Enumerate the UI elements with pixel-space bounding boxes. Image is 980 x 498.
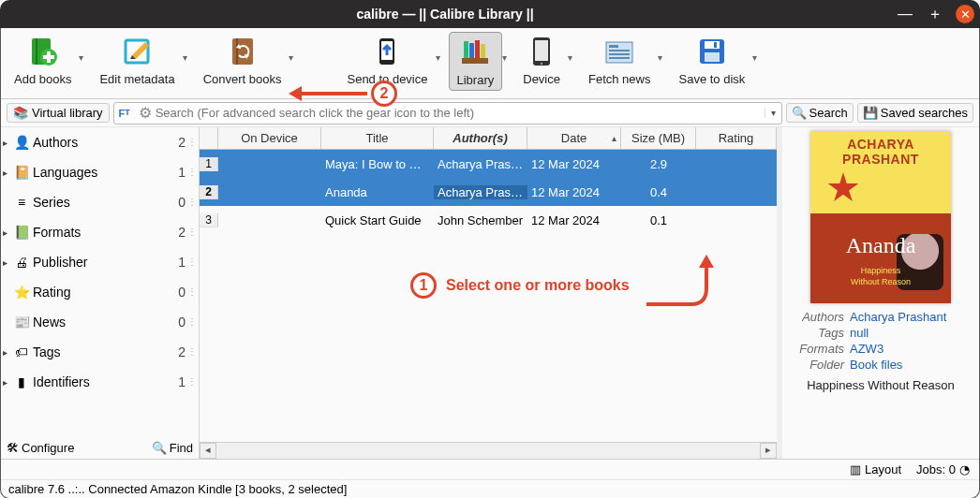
- saved-searches-button[interactable]: 💾 Saved searches: [857, 103, 973, 123]
- jobs-button[interactable]: Jobs: 0 ◔: [916, 462, 970, 476]
- find-button[interactable]: 🔍 Find: [152, 441, 193, 455]
- cell-date: 12 Mar 2024: [527, 213, 621, 227]
- drag-handle-icon[interactable]: ⋮: [187, 289, 195, 295]
- drag-handle-icon[interactable]: ⋮: [187, 349, 195, 355]
- search-button[interactable]: 🔍 Search: [786, 103, 854, 123]
- sort-asc-icon: ▴: [612, 133, 616, 143]
- fetch-news-button[interactable]: Fetch news: [581, 32, 658, 89]
- publisher-icon: 🖨: [12, 255, 31, 270]
- expand-icon[interactable]: ▸: [3, 138, 12, 148]
- detail-tags-link[interactable]: null: [850, 326, 869, 340]
- category-label: Tags: [31, 344, 165, 359]
- convert-books-dropdown[interactable]: ▾: [289, 32, 302, 63]
- configure-button[interactable]: 🛠 Configure: [7, 441, 74, 455]
- tag-browser-footer: 🛠 Configure 🔍 Find: [1, 436, 199, 459]
- send-to-device-icon: [370, 35, 404, 68]
- scroll-left-arrow[interactable]: ◂: [200, 443, 216, 459]
- cell-size: 2.9: [621, 157, 696, 171]
- languages-icon: 📔: [12, 165, 31, 180]
- expand-icon[interactable]: ▸: [3, 377, 12, 388]
- detail-formats-link[interactable]: AZW3: [850, 342, 883, 356]
- device-dropdown[interactable]: ▾: [568, 32, 581, 63]
- expand-icon[interactable]: ▸: [3, 257, 12, 268]
- drag-handle-icon[interactable]: ⋮: [187, 379, 195, 385]
- cover-image[interactable]: ACHARYA PRASHANT Ananda Happiness Withou…: [810, 131, 951, 303]
- horizontal-scrollbar[interactable]: ◂ ▸: [200, 442, 777, 459]
- virtual-library-button[interactable]: 📚 Virtual library: [7, 103, 110, 123]
- book-metadata: AuthorsAcharya Prashant Tagsnull Formats…: [786, 309, 975, 373]
- tag-browser: ▸👤Authors2⋮▸📔Languages1⋮≡Series0⋮▸📗Forma…: [1, 127, 200, 459]
- col-on-device[interactable]: On Device: [218, 127, 321, 149]
- category-languages[interactable]: ▸📔Languages1⋮: [1, 157, 199, 187]
- edit-metadata-button[interactable]: Edit metadata: [92, 32, 182, 89]
- search-history-dropdown[interactable]: ▾: [765, 108, 781, 118]
- minimize-button[interactable]: —: [896, 5, 914, 23]
- main-toolbar: Add books ▾ Edit metadata ▾ Convert book…: [1, 28, 979, 99]
- detail-folder-link[interactable]: Book files: [850, 358, 902, 372]
- svg-rect-4: [43, 55, 54, 59]
- svg-rect-1: [36, 38, 37, 65]
- bestseller-star-icon: [827, 172, 859, 204]
- drag-handle-icon[interactable]: ⋮: [187, 169, 195, 175]
- col-authors[interactable]: Author(s): [434, 127, 527, 149]
- save-to-disk-button[interactable]: Save to disk: [671, 32, 752, 89]
- category-formats[interactable]: ▸📗Formats2⋮: [1, 217, 199, 247]
- row-header[interactable]: 2: [200, 185, 218, 199]
- category-rating[interactable]: ⭐Rating0⋮: [1, 277, 199, 307]
- category-series[interactable]: ≡Series0⋮: [1, 187, 199, 217]
- col-date[interactable]: Date▴: [527, 127, 621, 149]
- saved-searches-icon: 💾: [863, 106, 878, 120]
- device-button[interactable]: Device: [515, 32, 568, 89]
- col-size[interactable]: Size (MB): [621, 127, 696, 149]
- svg-rect-6: [232, 38, 253, 65]
- table-row[interactable]: 1Maya: I Bow to …Acharya Pras…12 Mar 202…: [200, 150, 777, 178]
- maximize-button[interactable]: ＋: [926, 5, 944, 23]
- fetch-news-dropdown[interactable]: ▾: [658, 32, 671, 63]
- category-identifiers[interactable]: ▸▮Identifiers1⋮: [1, 367, 199, 397]
- layout-button[interactable]: ▥ Layout: [850, 462, 901, 476]
- svg-rect-20: [609, 45, 618, 48]
- category-news[interactable]: 📰News0⋮: [1, 307, 199, 337]
- drag-handle-icon[interactable]: ⋮: [187, 229, 195, 235]
- svg-rect-22: [609, 53, 630, 55]
- category-count: 2: [165, 344, 187, 359]
- send-to-device-dropdown[interactable]: ▾: [436, 32, 449, 63]
- table-row[interactable]: 2AnandaAcharya Pras…12 Mar 20240.4: [200, 178, 777, 206]
- category-label: Identifiers: [31, 374, 165, 389]
- col-rating[interactable]: Rating: [696, 127, 777, 149]
- category-publisher[interactable]: ▸🖨Publisher1⋮: [1, 247, 199, 277]
- category-authors[interactable]: ▸👤Authors2⋮: [1, 127, 199, 157]
- save-to-disk-dropdown[interactable]: ▾: [752, 32, 765, 63]
- library-dropdown[interactable]: ▾: [502, 32, 515, 63]
- add-books-button[interactable]: Add books: [7, 32, 79, 89]
- fulltext-search-icon[interactable]: FT: [114, 108, 135, 119]
- row-header[interactable]: 3: [200, 213, 218, 227]
- advanced-search-gear-icon[interactable]: ⚙: [135, 104, 156, 122]
- table-row[interactable]: 3Quick Start GuideJohn Schember12 Mar 20…: [200, 206, 777, 234]
- drag-handle-icon[interactable]: ⋮: [187, 259, 195, 265]
- expand-icon[interactable]: ▸: [3, 347, 12, 358]
- book-details-panel: ACHARYA PRASHANT Ananda Happiness Withou…: [782, 127, 979, 459]
- row-header[interactable]: 1: [200, 157, 218, 171]
- drag-handle-icon[interactable]: ⋮: [187, 319, 195, 325]
- convert-books-button[interactable]: Convert books: [196, 32, 290, 89]
- search-input[interactable]: [156, 106, 765, 120]
- drag-handle-icon[interactable]: ⋮: [187, 199, 195, 205]
- detail-authors-link[interactable]: Acharya Prashant: [850, 310, 946, 324]
- edit-metadata-dropdown[interactable]: ▾: [183, 32, 196, 63]
- category-tags[interactable]: ▸🏷Tags2⋮: [1, 337, 199, 367]
- grid-header: On Device Title Author(s) Date▴ Size (MB…: [200, 127, 777, 150]
- svg-rect-23: [609, 57, 630, 59]
- scroll-right-arrow[interactable]: ▸: [760, 443, 777, 459]
- expand-icon[interactable]: ▸: [3, 227, 12, 238]
- svg-rect-17: [535, 40, 548, 61]
- col-title[interactable]: Title: [321, 127, 434, 149]
- close-button[interactable]: ✕: [956, 5, 974, 23]
- category-count: 0: [165, 285, 187, 300]
- add-books-dropdown[interactable]: ▾: [79, 32, 92, 63]
- expand-icon[interactable]: ▸: [3, 168, 12, 178]
- cell-title: Quick Start Guide: [321, 213, 434, 227]
- library-button[interactable]: Library: [449, 32, 503, 91]
- drag-handle-icon[interactable]: ⋮: [187, 139, 195, 145]
- svg-rect-12: [464, 41, 468, 58]
